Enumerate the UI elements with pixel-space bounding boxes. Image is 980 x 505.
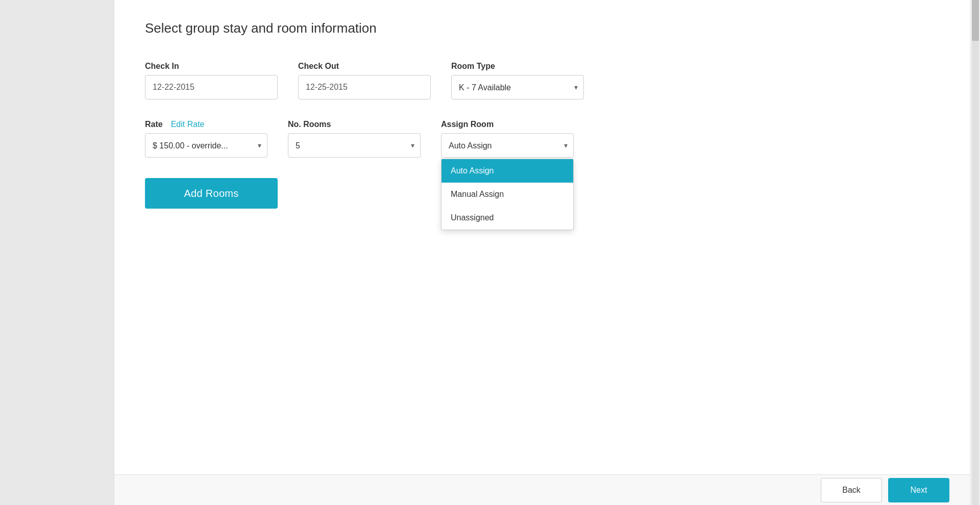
room-type-select[interactable]: K - 7 Available Q - 3 Available D - 5 Av… [451,75,584,99]
assign-room-option-unassigned[interactable]: Unassigned [442,206,573,230]
no-rooms-select[interactable]: 1 2 3 4 5 6 7 8 9 10 [288,133,421,158]
sidebar [0,0,114,505]
rate-group: Rate Edit Rate $ 150.00 - override... $ … [145,120,267,158]
form-row-2: Rate Edit Rate $ 150.00 - override... $ … [145,120,939,158]
rate-label-row: Rate Edit Rate [145,120,267,129]
assign-room-dropdown-menu: Auto Assign Manual Assign Unassigned [441,159,574,230]
check-in-label: Check In [145,62,278,71]
room-type-select-wrapper: K - 7 Available Q - 3 Available D - 5 Av… [451,75,584,99]
assign-room-select-wrapper: Auto Assign Manual Assign Unassigned ▾ [441,133,574,158]
check-in-input[interactable] [145,75,278,99]
rate-label: Rate [145,120,163,129]
room-type-label: Room Type [451,62,584,71]
page-title: Select group stay and room information [145,20,939,36]
assign-room-group: Assign Room Auto Assign Manual Assign Un… [441,120,574,158]
form-section: Check In Check Out Room Type K - 7 Avail… [145,62,939,209]
main-content: Select group stay and room information C… [114,0,970,505]
no-rooms-label: No. Rooms [288,120,421,129]
rate-select-wrapper: $ 150.00 - override... $ 120.00 - standa… [145,133,267,158]
form-row-1: Check In Check Out Room Type K - 7 Avail… [145,62,939,99]
right-panel [970,0,980,505]
no-rooms-select-wrapper: 1 2 3 4 5 6 7 8 9 10 ▾ [288,133,421,158]
rate-select[interactable]: $ 150.00 - override... $ 120.00 - standa… [145,133,267,158]
check-out-input[interactable] [298,75,431,99]
check-out-group: Check Out [298,62,431,99]
check-out-label: Check Out [298,62,431,71]
assign-room-option-manual[interactable]: Manual Assign [442,183,573,206]
next-button[interactable]: Next [888,478,949,502]
bottom-bar: Back Next [114,474,970,505]
assign-room-option-auto[interactable]: Auto Assign [442,159,573,183]
assign-room-dropdown-container: Auto Assign Manual Assign Unassigned ▾ A… [441,133,574,158]
assign-room-label: Assign Room [441,120,574,129]
scrollbar-thumb[interactable] [972,0,979,41]
edit-rate-link[interactable]: Edit Rate [171,120,205,129]
add-rooms-button[interactable]: Add Rooms [145,178,278,209]
assign-room-select[interactable]: Auto Assign Manual Assign Unassigned [441,133,574,158]
no-rooms-group: No. Rooms 1 2 3 4 5 6 7 8 9 10 ▾ [288,120,421,158]
room-type-group: Room Type K - 7 Available Q - 3 Availabl… [451,62,584,99]
scrollbar-track [972,0,979,505]
back-button[interactable]: Back [821,478,882,502]
check-in-group: Check In [145,62,278,99]
